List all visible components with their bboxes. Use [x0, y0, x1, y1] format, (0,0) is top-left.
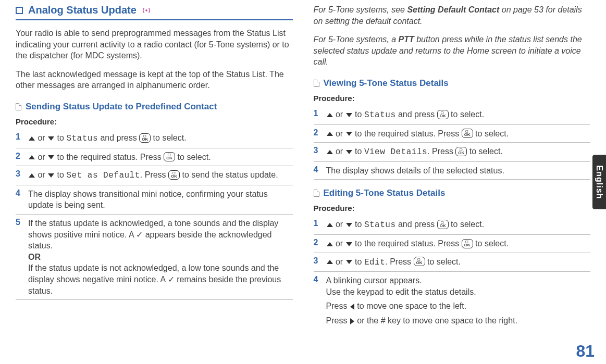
step-row: 1 or to Status and press ▢OK to select.: [314, 216, 591, 235]
up-arrow-icon: [29, 155, 35, 159]
ok-button-icon: ▢OK: [168, 170, 180, 180]
up-arrow-icon: [327, 260, 333, 264]
step-row: 4 A blinking cursor appears. Use the key…: [314, 272, 591, 329]
page-number: 81: [576, 342, 595, 361]
ok-button-icon: ▢OK: [455, 147, 467, 156]
step-row: 4 The display shows details of the selec…: [314, 162, 591, 180]
step-number: 1: [314, 219, 321, 228]
subsection-viewing: Viewing 5-Tone Status Details: [314, 78, 591, 89]
down-arrow-icon: [48, 173, 54, 178]
step-row: 3 or to Set as Default. Press ▢OK to sen…: [16, 166, 293, 185]
step-number: 3: [314, 256, 321, 266]
page-icon: [16, 103, 21, 110]
language-tab: English: [592, 155, 606, 209]
step-text: or to View Details. Press ▢OK to select.: [326, 146, 503, 158]
step-number: 2: [314, 238, 321, 247]
down-arrow-icon: [346, 132, 352, 136]
step-text: or to the required status. Press ▢OK to …: [326, 128, 509, 140]
step-text: or to Edit. Press ▢OK to select.: [326, 256, 461, 269]
down-arrow-icon: [346, 242, 352, 246]
down-arrow-icon: [346, 223, 352, 227]
step-number: 3: [16, 169, 23, 179]
antenna-icon: [142, 6, 151, 15]
step-number: 4: [314, 275, 321, 284]
step-text: or to Set as Default. Press ▢OK to send …: [28, 169, 278, 182]
ok-button-icon: ▢OK: [437, 220, 449, 229]
square-bullet-icon: [16, 7, 23, 14]
subsection-title: Editing 5-Tone Status Details: [324, 188, 446, 198]
subsection-editing: Editing 5-Tone Status Details: [314, 188, 591, 198]
step-number: 1: [314, 109, 321, 118]
step-text: or to the required status. Press ▢OK to …: [28, 152, 211, 163]
down-arrow-icon: [346, 150, 352, 154]
subsection-title: Viewing 5-Tone Status Details: [324, 78, 449, 89]
ok-button-icon: ▢OK: [139, 133, 151, 143]
right-column: For 5-Tone systems, see Setting Default …: [314, 4, 591, 330]
note-paragraph: For 5-Tone systems, a PTT button press w…: [314, 34, 591, 68]
step-text: A blinking cursor appears. Use the keypa…: [326, 275, 518, 326]
step-text: or to Status and press ▢OK to select.: [326, 109, 485, 121]
section-header-analog: Analog Status Update: [16, 4, 293, 20]
up-arrow-icon: [29, 136, 35, 141]
page-icon: [314, 190, 319, 197]
step-number: 3: [314, 146, 321, 155]
up-arrow-icon: [327, 223, 333, 227]
down-arrow-icon: [346, 260, 352, 264]
ok-button-icon: ▢OK: [462, 239, 473, 248]
up-arrow-icon: [29, 173, 35, 178]
ok-button-icon: ▢OK: [437, 110, 449, 119]
step-number: 1: [16, 132, 23, 142]
step-row: 5 If the status update is acknowledged, …: [16, 215, 293, 300]
ok-button-icon: ▢OK: [462, 129, 473, 138]
section-title: Analog Status Update: [28, 4, 137, 16]
step-number: 5: [16, 218, 23, 227]
procedure-label: Procedure:: [314, 94, 591, 103]
step-row: 3 or to View Details. Press ▢OK to selec…: [314, 143, 591, 162]
up-arrow-icon: [327, 113, 333, 117]
step-text: or to the required status. Press ▢OK to …: [326, 238, 509, 249]
ok-button-icon: ▢OK: [414, 257, 425, 266]
svg-point-0: [145, 9, 147, 11]
step-row: 2 or to the required status. Press ▢OK t…: [16, 148, 293, 167]
up-arrow-icon: [327, 242, 333, 246]
step-text: If the status update is acknowledged, a …: [28, 218, 293, 296]
right-arrow-icon: [350, 318, 354, 324]
step-row: 3 or to Edit. Press ▢OK to select.: [314, 253, 591, 272]
step-row: 2 or to the required status. Press ▢OK t…: [314, 235, 591, 253]
step-number: 2: [16, 152, 23, 161]
step-number: 4: [16, 189, 23, 198]
procedure-label: Procedure:: [314, 204, 591, 212]
step-text: or to Status and press ▢OK to select.: [28, 132, 187, 145]
step-text: or to Status and press ▢OK to select.: [326, 219, 485, 231]
step-number: 4: [314, 165, 321, 174]
page-body: Analog Status Update Your radio is able …: [0, 0, 606, 345]
subsection-sending: Sending Status Update to Predefined Cont…: [16, 102, 293, 112]
intro-paragraph-2: The last acknowledged message is kept at…: [16, 69, 293, 91]
subsection-title: Sending Status Update to Predefined Cont…: [26, 102, 217, 112]
step-row: 1 or to Status and press ▢OK to select.: [16, 129, 293, 148]
step-text: The display shows transitional mini noti…: [28, 189, 293, 211]
step-text: The display shows details of the selecte…: [326, 165, 504, 177]
ok-button-icon: ▢OK: [164, 152, 175, 161]
left-arrow-icon: [350, 304, 354, 310]
down-arrow-icon: [48, 155, 54, 159]
intro-paragraph-1: Your radio is able to send preprogrammed…: [16, 28, 293, 61]
left-column: Analog Status Update Your radio is able …: [16, 4, 293, 330]
step-row: 2 or to the required status. Press ▢OK t…: [314, 125, 591, 143]
note-paragraph: For 5-Tone systems, see Setting Default …: [314, 4, 591, 27]
procedure-label: Procedure:: [16, 117, 293, 126]
step-row: 4 The display shows transitional mini no…: [16, 185, 293, 215]
step-row: 1 or to Status and press ▢OK to select.: [314, 106, 591, 125]
step-number: 2: [314, 128, 321, 137]
page-icon: [314, 80, 319, 87]
up-arrow-icon: [327, 150, 333, 154]
down-arrow-icon: [346, 113, 352, 117]
up-arrow-icon: [327, 132, 333, 136]
down-arrow-icon: [48, 136, 54, 141]
